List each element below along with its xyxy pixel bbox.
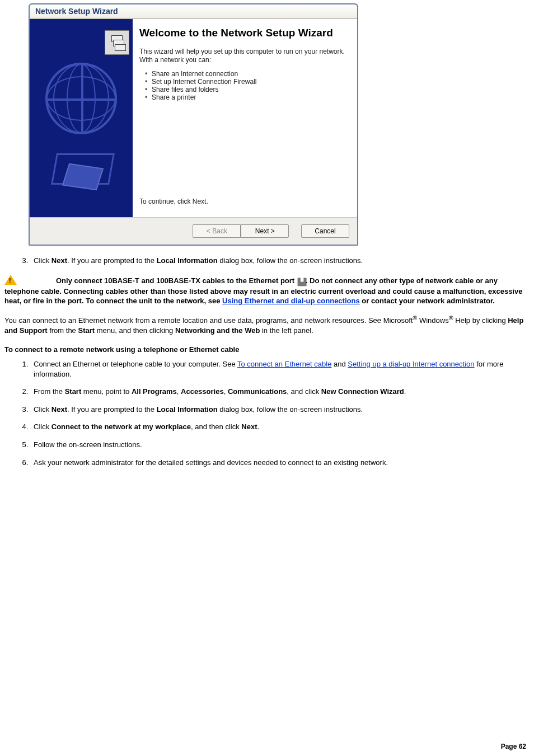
list-item: Click Connect to the network at my workp… (30, 422, 530, 432)
wizard-intro: This wizard will help you set up this co… (139, 48, 347, 64)
network-icon (105, 30, 129, 55)
wizard-bullet: Share files and folders (145, 86, 347, 93)
printer-icon (50, 142, 112, 189)
wizard-buttons: < Back Next > Cancel (30, 217, 357, 245)
globe-icon (45, 63, 117, 134)
wizard-bullet: Share a printer (145, 93, 347, 101)
server-stack-icon (111, 35, 123, 50)
page-number: Page 62 (501, 743, 526, 750)
wizard-heading: Welcome to the Network Setup Wizard (139, 27, 347, 40)
dialup-setup-link[interactable]: Setting up a dial-up Internet connection (348, 360, 474, 368)
document-content: Click Next. If you are prompted to the L… (4, 256, 530, 467)
cancel-button[interactable]: Cancel (301, 224, 349, 238)
next-button[interactable]: Next > (241, 224, 289, 238)
wizard-bullets: Share an Internet connection Set up Inte… (145, 70, 347, 101)
warning-block: Only connect 10BASE-T and 100BASE-TX cab… (4, 275, 530, 306)
ethernet-port-icon: ▙▟ (298, 278, 305, 287)
wizard-title: Network Setup Wizard (30, 4, 357, 18)
wizard-body: Welcome to the Network Setup Wizard This… (30, 18, 357, 217)
list-item: Click Next. If you are prompted to the L… (30, 256, 530, 266)
connect-ethernet-cable-link[interactable]: To connect an Ethernet cable (237, 360, 331, 368)
section-heading: To connect to a remote network using a t… (4, 345, 530, 354)
wizard-sidebar (30, 19, 133, 217)
wizard-bullet: Set up Internet Connection Firewall (145, 78, 347, 86)
warning-icon (4, 275, 17, 285)
list-item: From the Start menu, point to All Progra… (30, 387, 530, 397)
wizard-main: Welcome to the Network Setup Wizard This… (133, 19, 357, 217)
list-item: Follow the on-screen instructions. (30, 440, 530, 450)
list-item: Connect an Ethernet or telephone cable t… (30, 359, 530, 379)
back-button[interactable]: < Back (193, 224, 241, 238)
wizard-continue: To continue, click Next. (139, 175, 347, 206)
paragraph: You can connect to an Ethernet network f… (4, 314, 530, 335)
wizard-bullet: Share an Internet connection (145, 70, 347, 78)
ethernet-dialup-link[interactable]: Using Ethernet and dial-up connections (222, 297, 360, 305)
network-setup-wizard-window: Network Setup Wizard Welcome to the Netw… (29, 3, 358, 246)
list-item: Click Next. If you are prompted to the L… (30, 405, 530, 415)
list-item: Ask your network administrator for the d… (30, 458, 530, 468)
